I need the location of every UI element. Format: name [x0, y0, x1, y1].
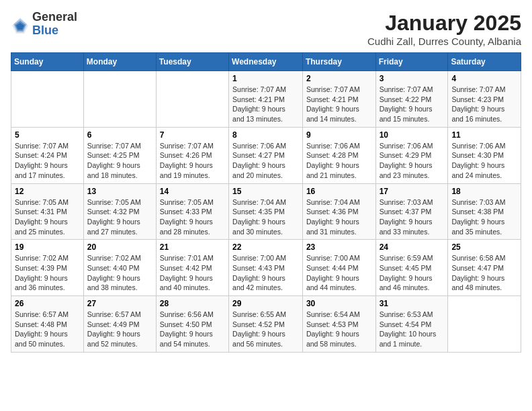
day-number: 4 [451, 74, 517, 83]
table-row: 7Sunrise: 7:07 AM Sunset: 4:26 PM Daylig… [156, 127, 228, 183]
table-row: 22Sunrise: 7:00 AM Sunset: 4:43 PM Dayli… [229, 240, 303, 296]
day-number: 17 [380, 187, 445, 196]
day-info: Sunrise: 7:03 AM Sunset: 4:38 PM Dayligh… [451, 197, 517, 237]
day-info: Sunrise: 7:05 AM Sunset: 4:33 PM Dayligh… [160, 197, 225, 237]
day-info: Sunrise: 7:03 AM Sunset: 4:37 PM Dayligh… [380, 197, 445, 237]
day-info: Sunrise: 6:55 AM Sunset: 4:52 PM Dayligh… [232, 310, 299, 349]
day-info: Sunrise: 6:57 AM Sunset: 4:48 PM Dayligh… [15, 310, 80, 349]
table-row: 10Sunrise: 7:06 AM Sunset: 4:29 PM Dayli… [375, 127, 448, 183]
day-info: Sunrise: 7:05 AM Sunset: 4:31 PM Dayligh… [15, 197, 80, 237]
table-row: 3Sunrise: 7:07 AM Sunset: 4:22 PM Daylig… [375, 71, 448, 128]
logo-text: General Blue [32, 11, 77, 38]
table-row: 30Sunrise: 6:54 AM Sunset: 4:53 PM Dayli… [302, 296, 375, 353]
day-number: 25 [451, 242, 517, 252]
table-row: 28Sunrise: 6:56 AM Sunset: 4:50 PM Dayli… [156, 296, 228, 353]
day-number: 24 [380, 242, 445, 252]
calendar-week-row: 1Sunrise: 7:07 AM Sunset: 4:21 PM Daylig… [11, 71, 521, 128]
day-info: Sunrise: 7:02 AM Sunset: 4:39 PM Dayligh… [15, 253, 80, 293]
day-number: 9 [306, 130, 372, 140]
weekday-header-row: Sunday Monday Tuesday Wednesday Thursday… [11, 53, 521, 71]
day-number: 21 [160, 242, 225, 252]
day-number: 23 [306, 242, 372, 252]
table-row: 11Sunrise: 7:06 AM Sunset: 4:30 PM Dayli… [448, 127, 521, 183]
day-info: Sunrise: 7:07 AM Sunset: 4:22 PM Dayligh… [380, 85, 445, 124]
day-number: 30 [306, 299, 372, 308]
header-saturday: Saturday [448, 53, 521, 71]
table-row: 18Sunrise: 7:03 AM Sunset: 4:38 PM Dayli… [448, 183, 521, 240]
day-info: Sunrise: 7:06 AM Sunset: 4:29 PM Dayligh… [380, 141, 445, 181]
logo-blue-text: Blue [32, 24, 77, 38]
table-row: 5Sunrise: 7:07 AM Sunset: 4:24 PM Daylig… [11, 127, 84, 183]
day-number: 14 [160, 187, 225, 196]
day-info: Sunrise: 6:58 AM Sunset: 4:47 PM Dayligh… [451, 253, 517, 293]
day-number: 16 [306, 187, 372, 196]
day-number: 1 [232, 74, 299, 83]
day-number: 28 [160, 299, 225, 308]
day-info: Sunrise: 7:01 AM Sunset: 4:42 PM Dayligh… [160, 253, 225, 293]
table-row: 29Sunrise: 6:55 AM Sunset: 4:52 PM Dayli… [229, 296, 303, 353]
calendar-week-row: 5Sunrise: 7:07 AM Sunset: 4:24 PM Daylig… [11, 127, 521, 183]
table-row: 2Sunrise: 7:07 AM Sunset: 4:21 PM Daylig… [302, 71, 375, 128]
table-row: 1Sunrise: 7:07 AM Sunset: 4:21 PM Daylig… [229, 71, 303, 128]
location-subtitle: Cudhi Zall, Durres County, Albania [367, 36, 521, 47]
day-info: Sunrise: 7:04 AM Sunset: 4:36 PM Dayligh… [306, 197, 372, 237]
day-number: 29 [232, 299, 299, 308]
table-row: 23Sunrise: 7:00 AM Sunset: 4:44 PM Dayli… [302, 240, 375, 296]
header-monday: Monday [83, 53, 156, 71]
day-number: 7 [160, 130, 225, 140]
logo: General Blue [11, 11, 77, 38]
logo-icon [11, 16, 30, 35]
day-info: Sunrise: 7:07 AM Sunset: 4:21 PM Dayligh… [306, 85, 372, 124]
day-info: Sunrise: 7:07 AM Sunset: 4:24 PM Dayligh… [15, 141, 80, 181]
header-friday: Friday [375, 53, 448, 71]
day-number: 2 [306, 74, 372, 83]
day-number: 20 [87, 242, 152, 252]
day-info: Sunrise: 6:57 AM Sunset: 4:49 PM Dayligh… [87, 310, 152, 349]
table-row: 17Sunrise: 7:03 AM Sunset: 4:37 PM Dayli… [375, 183, 448, 240]
day-number: 11 [451, 130, 517, 140]
day-number: 31 [380, 299, 445, 308]
day-number: 5 [15, 130, 80, 140]
day-number: 26 [15, 299, 80, 308]
day-number: 6 [87, 130, 152, 140]
day-number: 15 [232, 187, 299, 196]
day-number: 8 [232, 130, 299, 140]
table-row [11, 71, 84, 128]
table-row: 4Sunrise: 7:07 AM Sunset: 4:23 PM Daylig… [448, 71, 521, 128]
calendar-week-row: 26Sunrise: 6:57 AM Sunset: 4:48 PM Dayli… [11, 296, 521, 353]
table-row: 13Sunrise: 7:05 AM Sunset: 4:32 PM Dayli… [83, 183, 156, 240]
day-info: Sunrise: 7:07 AM Sunset: 4:21 PM Dayligh… [232, 85, 299, 124]
day-info: Sunrise: 6:54 AM Sunset: 4:53 PM Dayligh… [306, 310, 372, 349]
day-info: Sunrise: 6:53 AM Sunset: 4:54 PM Dayligh… [380, 310, 445, 349]
table-row: 21Sunrise: 7:01 AM Sunset: 4:42 PM Dayli… [156, 240, 228, 296]
table-row: 12Sunrise: 7:05 AM Sunset: 4:31 PM Dayli… [11, 183, 84, 240]
day-info: Sunrise: 7:07 AM Sunset: 4:25 PM Dayligh… [87, 141, 152, 181]
table-row [156, 71, 228, 128]
header-thursday: Thursday [302, 53, 375, 71]
table-row: 16Sunrise: 7:04 AM Sunset: 4:36 PM Dayli… [302, 183, 375, 240]
table-row: 20Sunrise: 7:02 AM Sunset: 4:40 PM Dayli… [83, 240, 156, 296]
day-info: Sunrise: 7:02 AM Sunset: 4:40 PM Dayligh… [87, 253, 152, 293]
calendar-week-row: 12Sunrise: 7:05 AM Sunset: 4:31 PM Dayli… [11, 183, 521, 240]
table-row: 26Sunrise: 6:57 AM Sunset: 4:48 PM Dayli… [11, 296, 84, 353]
day-info: Sunrise: 7:07 AM Sunset: 4:26 PM Dayligh… [160, 141, 225, 181]
day-number: 27 [87, 299, 152, 308]
title-block: January 2025 Cudhi Zall, Durres County, … [367, 11, 521, 47]
day-info: Sunrise: 7:00 AM Sunset: 4:43 PM Dayligh… [232, 253, 299, 293]
day-number: 22 [232, 242, 299, 252]
table-row: 27Sunrise: 6:57 AM Sunset: 4:49 PM Dayli… [83, 296, 156, 353]
day-number: 3 [380, 74, 445, 83]
header-sunday: Sunday [11, 53, 84, 71]
page-header: General Blue January 2025 Cudhi Zall, Du… [11, 11, 521, 47]
day-number: 13 [87, 187, 152, 196]
table-row: 25Sunrise: 6:58 AM Sunset: 4:47 PM Dayli… [448, 240, 521, 296]
day-info: Sunrise: 6:56 AM Sunset: 4:50 PM Dayligh… [160, 310, 225, 349]
day-info: Sunrise: 7:05 AM Sunset: 4:32 PM Dayligh… [87, 197, 152, 237]
day-info: Sunrise: 7:06 AM Sunset: 4:27 PM Dayligh… [232, 141, 299, 181]
month-title: January 2025 [367, 11, 521, 36]
table-row: 8Sunrise: 7:06 AM Sunset: 4:27 PM Daylig… [229, 127, 303, 183]
header-tuesday: Tuesday [156, 53, 228, 71]
day-info: Sunrise: 7:06 AM Sunset: 4:28 PM Dayligh… [306, 141, 372, 181]
day-number: 12 [15, 187, 80, 196]
table-row [83, 71, 156, 128]
